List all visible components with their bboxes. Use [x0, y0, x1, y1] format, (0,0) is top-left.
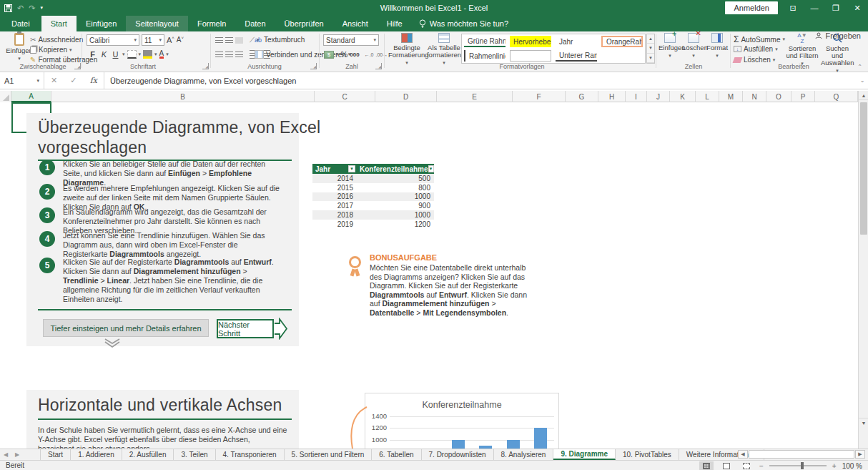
minimize-button[interactable]: —	[804, 0, 825, 16]
cancel-entry-icon[interactable]: ✕	[51, 76, 57, 85]
scroll-right-icon[interactable]: ▶	[855, 450, 865, 459]
cell-teilnahme[interactable]: 500	[357, 174, 434, 183]
horizontal-scroll-thumb[interactable]	[749, 450, 854, 459]
formula-content[interactable]: Überzeugende Diagramme, von Excel vorges…	[104, 72, 857, 89]
cut-button[interactable]: ✂Ausschneiden	[30, 36, 83, 44]
underline-button[interactable]: U	[111, 50, 120, 59]
zoom-slider[interactable]	[769, 465, 827, 466]
normal-view-button[interactable]	[699, 461, 714, 470]
sign-in-button[interactable]: Anmelden	[725, 1, 778, 14]
scroll-down-icon[interactable]: ▼	[859, 418, 868, 427]
select-all-button[interactable]	[0, 91, 11, 102]
underline-dropdown-icon[interactable]: ▾	[122, 52, 125, 57]
cell-jahr[interactable]: 2016	[312, 192, 357, 202]
insert-cells-button[interactable]: ＋ Einfügen▾	[659, 33, 681, 63]
fill-color-icon[interactable]	[143, 50, 152, 59]
comma-style-icon[interactable]: 000	[350, 52, 359, 58]
column-header-B[interactable]: B	[51, 91, 315, 102]
next-arrow-icon[interactable]	[274, 318, 288, 340]
ribbon-tab-überprüfen[interactable]: Überprüfen	[275, 16, 333, 31]
sheet-nav-left-icon[interactable]: ◀	[0, 449, 11, 460]
align-middle-icon[interactable]	[225, 37, 233, 44]
style-green-border[interactable]: Grüne Rahm...	[464, 36, 505, 47]
copy-button[interactable]: Kopieren▾	[30, 46, 72, 54]
expand-formula-bar-icon[interactable]: ⌄	[857, 72, 868, 89]
column-header-Q[interactable]: Q	[815, 91, 858, 102]
close-button[interactable]: ✕	[847, 0, 868, 16]
column-header-G[interactable]: G	[566, 91, 598, 102]
fill-color-dropdown-icon[interactable]: ▾	[154, 52, 157, 57]
filter-icon[interactable]: ▼	[348, 165, 355, 172]
next-step-button[interactable]: Nächster Schritt	[217, 319, 274, 338]
sheet-tab-3-teilen[interactable]: 3. Teilen	[174, 449, 215, 460]
cell-jahr[interactable]: 2014	[312, 174, 357, 183]
ribbon-tab-hilfe[interactable]: Hilfe	[378, 16, 412, 31]
gallery-down-icon[interactable]: ▼	[647, 44, 654, 53]
sheet-tab-6-tabellen[interactable]: 6. Tabellen	[372, 449, 421, 460]
sheet-tab-7-dropdownlisten[interactable]: 7. Dropdownlisten	[422, 449, 494, 460]
font-color-icon[interactable]: A	[159, 50, 164, 59]
ribbon-tab-einfügen[interactable]: Einfügen	[77, 16, 126, 31]
cell-jahr[interactable]: 2015	[312, 183, 357, 192]
ribbon-tab-ansicht[interactable]: Ansicht	[333, 16, 378, 31]
column-header-E[interactable]: E	[437, 91, 513, 102]
style-highlight[interactable]: Hervorheben	[510, 36, 551, 47]
italic-button[interactable]: K	[99, 50, 109, 59]
style-blank[interactable]	[601, 50, 643, 62]
sheet-tab-10-pivottables[interactable]: 10. PivotTables	[616, 449, 679, 460]
sheet-tab-2-ausf-llen[interactable]: 2. Ausfüllen	[122, 449, 174, 460]
align-center-icon[interactable]	[225, 52, 233, 58]
shrink-font-icon[interactable]: A˅	[177, 36, 184, 44]
ribbon-display-options-icon[interactable]: ⊡	[782, 0, 804, 16]
name-box[interactable]: A1▾	[0, 72, 44, 89]
gallery-more-icon[interactable]: ▼	[647, 54, 654, 63]
borders-icon[interactable]	[127, 50, 137, 59]
style-border-line[interactable]: Rahmenlinie...	[464, 50, 505, 62]
cell-jahr[interactable]: 2017	[312, 201, 357, 210]
column-header-C[interactable]: C	[315, 91, 375, 102]
column-header-K[interactable]: K	[670, 91, 696, 102]
column-header-M[interactable]: M	[719, 91, 743, 102]
cell-jahr[interactable]: 2018	[312, 210, 357, 220]
chart[interactable]: Konferenzteilnahme 140012001000	[365, 393, 559, 449]
wrap-text-button[interactable]: abTextumbruch	[255, 36, 305, 44]
ribbon-tab-daten[interactable]: Daten	[235, 16, 275, 31]
restore-button[interactable]: ❐	[825, 0, 847, 16]
gallery-up-icon[interactable]: ▲	[647, 34, 654, 44]
column-header-A[interactable]: A	[11, 91, 51, 102]
confirm-entry-icon[interactable]: ✓	[70, 76, 77, 85]
insert-function-icon[interactable]: fx	[90, 76, 97, 85]
column-header-P[interactable]: P	[791, 91, 815, 102]
zoom-in-icon[interactable]: +	[832, 462, 837, 470]
sheet-tab-9-diagramme[interactable]: 9. Diagramme	[553, 449, 616, 460]
decrease-decimal-icon[interactable]: .00→	[376, 52, 388, 57]
table-header-konferenzteilnahme[interactable]: Konferenzteilnahme▼	[357, 164, 434, 174]
scroll-left-icon[interactable]: ◀	[738, 450, 748, 459]
vertical-scrollbar[interactable]: ▲ ▼	[858, 91, 868, 449]
sheet-tab-1-addieren[interactable]: 1. Addieren	[71, 449, 122, 460]
style-jahr[interactable]: Jahr	[556, 36, 597, 47]
collapse-ribbon-icon[interactable]: ⌃	[857, 64, 862, 70]
sheet-tab-start[interactable]: Start	[40, 449, 71, 460]
font-dialog-launcher-icon[interactable]	[202, 63, 209, 69]
cell-teilnahme[interactable]: 1000	[357, 210, 434, 220]
column-header-D[interactable]: D	[375, 91, 437, 102]
number-dialog-launcher-icon[interactable]	[375, 63, 382, 69]
fill-button[interactable]: ↓Ausfüllen▾	[734, 45, 778, 53]
column-header-L[interactable]: L	[696, 91, 719, 102]
name-box-dropdown-icon[interactable]: ▾	[36, 78, 39, 84]
percent-style-icon[interactable]: %	[341, 50, 348, 59]
delete-cells-button[interactable]: ✕ Löschen▾	[682, 33, 705, 63]
table-header-jahr[interactable]: Jahr▼	[312, 164, 357, 174]
style-bottom-border[interactable]: Unterer Rand	[556, 50, 597, 62]
ribbon-tab-start[interactable]: Start	[41, 16, 77, 31]
sort-filter-button[interactable]: A▼Z Sortieren und Filtern ▾	[785, 33, 819, 63]
sheet-tab-8-analysieren[interactable]: 8. Analysieren	[494, 449, 554, 460]
details-button[interactable]: Tiefer einsteigen und mehr Details erfah…	[43, 319, 209, 337]
column-header-F[interactable]: F	[513, 91, 566, 102]
align-right-icon[interactable]	[235, 52, 243, 58]
column-header-O[interactable]: O	[766, 91, 791, 102]
style-empty[interactable]	[510, 50, 551, 62]
cell-jahr[interactable]: 2019	[312, 220, 357, 229]
column-header-H[interactable]: H	[598, 91, 626, 102]
